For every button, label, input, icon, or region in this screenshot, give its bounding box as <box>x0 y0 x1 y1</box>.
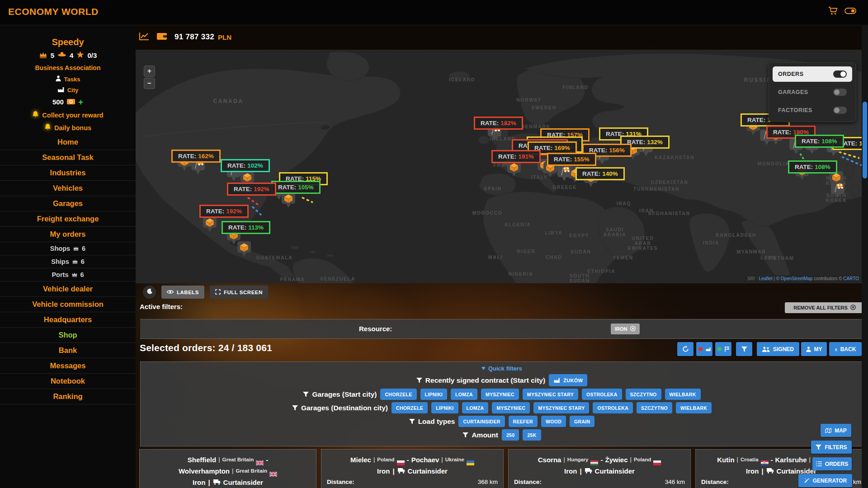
sidebar-item-vehicles[interactable]: Vehicles <box>0 181 136 196</box>
order-card[interactable]: Mielec|Poland - Pochaev|Ukraine Iron| Cu… <box>321 449 504 488</box>
close-icon[interactable] <box>630 326 636 332</box>
leaflet-link[interactable]: Leaflet <box>759 276 772 281</box>
garage-chip[interactable]: MYSZYNIEC <box>492 402 530 413</box>
sidebar-item-vehicle-dealer[interactable]: Vehicle dealer <box>0 282 136 297</box>
layer-toggle-garages[interactable]: GARAGES <box>773 84 852 100</box>
rate-label[interactable]: RATE:192% <box>227 183 276 196</box>
amount-chip[interactable]: 250 <box>502 429 519 441</box>
carto-link[interactable]: CARTO <box>843 276 859 281</box>
sidebar-item-shops[interactable]: Shops6 <box>0 242 136 255</box>
garage-chip[interactable]: MYSZYNIEC STARY <box>523 389 578 400</box>
sidebar-item-messages[interactable]: Messages <box>0 358 136 374</box>
player-name[interactable]: Speedy <box>0 37 136 47</box>
resource-chip-iron[interactable]: IRON <box>611 324 640 334</box>
cart-icon[interactable] <box>828 6 838 17</box>
sidebar-item-headquarters[interactable]: Headquarters <box>0 312 136 328</box>
display-toggle-icon[interactable] <box>844 7 856 16</box>
load-type-chip[interactable]: WOOD <box>541 416 566 427</box>
zoom-out-button[interactable]: − <box>144 78 155 89</box>
garage-chip[interactable]: SZCZYTNO <box>626 389 661 400</box>
recent-city-chip[interactable]: ŻUKÓW <box>549 374 587 386</box>
rate-label[interactable]: RATE:140% <box>576 167 625 180</box>
filter-button[interactable] <box>736 342 752 356</box>
garage-chip[interactable]: CHORZELE <box>380 389 416 400</box>
sidebar-item-ranking[interactable]: Ranking <box>0 389 136 404</box>
garage-chip[interactable]: LOMZA <box>451 389 477 400</box>
my-orders-button[interactable]: MY <box>801 342 827 356</box>
night-mode-button[interactable] <box>143 286 156 299</box>
garage-chip[interactable]: MYSZYNIEC <box>481 389 519 400</box>
sidebar-item-seasonal-task[interactable]: Seasonal Task <box>0 150 136 165</box>
toggle-green-filter-button[interactable] <box>715 342 731 356</box>
rate-label[interactable]: RATE:155% <box>547 153 596 166</box>
wallet-icon[interactable] <box>156 32 167 42</box>
back-button[interactable]: ‹ BACK <box>829 342 862 356</box>
load-type-chip[interactable]: CURTAINSIDER <box>458 416 505 427</box>
association-link[interactable]: Business Association <box>0 64 136 71</box>
collect-reward-link[interactable]: Collect your reward <box>0 111 136 119</box>
load-type-chip[interactable]: GRAIN <box>570 416 594 427</box>
garage-chip[interactable]: CHORZELE <box>392 402 428 413</box>
sidebar-item-home[interactable]: Home <box>0 135 136 150</box>
generator-fab-button[interactable]: GENERATOR <box>798 474 852 487</box>
garage-chip[interactable]: MYSZYNIEC STARY <box>533 402 589 413</box>
garage-chip[interactable]: OSTROLEKA <box>582 389 622 400</box>
sidebar-item-my-orders[interactable]: My orders <box>0 227 136 242</box>
page-scrollbar[interactable] <box>862 25 868 488</box>
garage-chip[interactable]: LIPNIKI <box>431 402 458 413</box>
load-type-chip[interactable]: REEFER <box>509 416 538 427</box>
garage-chip[interactable]: LOMZA <box>462 402 489 413</box>
fullscreen-button[interactable]: FULL SCREEN <box>210 286 268 299</box>
toggle-switch-icon[interactable] <box>833 89 847 96</box>
toggle-switch-icon[interactable] <box>833 107 847 114</box>
chart-icon[interactable] <box>139 32 149 42</box>
garage-chip[interactable]: WIELBARK <box>665 389 701 400</box>
sidebar-item-vehicle-commission[interactable]: Vehicle commission <box>0 297 136 312</box>
sidebar-item-freight-exchange[interactable]: Freight exchange <box>0 211 136 227</box>
toggle-red-filter-button[interactable] <box>696 342 712 356</box>
order-card[interactable]: Sheffield|Great Britain - Wolverhampton|… <box>139 449 316 488</box>
layer-toggle-factories[interactable]: FACTORIES <box>773 103 852 118</box>
garage-chip[interactable]: WIELBARK <box>676 402 712 413</box>
rate-label[interactable]: RATE:113% <box>222 221 270 234</box>
sidebar-item-garages[interactable]: Garages <box>0 196 136 211</box>
scrollbar-thumb[interactable] <box>863 102 867 178</box>
signed-orders-button[interactable]: SIGNED <box>757 342 799 356</box>
orders-fab-button[interactable]: ORDERS <box>812 457 852 470</box>
city-link[interactable]: City <box>0 87 136 94</box>
refresh-button[interactable] <box>677 342 693 356</box>
rate-label[interactable]: RATE:192% <box>199 205 249 218</box>
garage-chip[interactable]: OSTROLEKA <box>593 402 633 413</box>
sidebar-item-ports[interactable]: Ports6 <box>0 268 136 282</box>
zoom-in-button[interactable]: + <box>144 66 155 77</box>
sidebar-item-ships[interactable]: Ships6 <box>0 255 136 268</box>
rate-label[interactable]: RATE:191% <box>491 150 541 163</box>
world-map[interactable]: CANADA RUSSIA ICELAND NORWAY SWEDEN FINL… <box>136 50 862 283</box>
osm-link[interactable]: © OpenStreetMap <box>776 276 813 281</box>
rate-label[interactable]: RATE:182% <box>474 117 523 130</box>
tasks-link[interactable]: Tasks <box>0 75 136 83</box>
map-fab-button[interactable]: MAP <box>821 424 851 437</box>
toggle-switch-icon[interactable] <box>833 70 847 78</box>
filters-fab-button[interactable]: FILTERS <box>811 441 852 454</box>
rate-label[interactable]: RATE:105% <box>271 181 321 194</box>
rate-label[interactable]: RATE:108% <box>795 135 844 148</box>
rate-label[interactable]: RATE:108% <box>788 160 837 174</box>
garage-chip[interactable]: LIPNIKI <box>420 389 447 400</box>
sidebar-item-notebook[interactable]: Notebook <box>0 374 136 389</box>
sidebar-item-bank[interactable]: Bank <box>0 343 136 358</box>
labels-toggle-button[interactable]: LABELS <box>161 286 204 299</box>
sidebar-item-shop[interactable]: Shop <box>0 328 136 343</box>
layer-toggle-orders[interactable]: ORDERS <box>773 66 852 82</box>
quick-filters-toggle[interactable]: Quick filters <box>481 365 522 372</box>
order-card[interactable]: Csorna|Hungary - Żywiec|Poland Iron| Cur… <box>508 449 691 488</box>
sidebar-item-industries[interactable]: Industries <box>0 165 136 181</box>
garage-chip[interactable]: SZCZYTNO <box>637 402 672 413</box>
daily-bonus-link[interactable]: Daily bonus <box>0 123 136 132</box>
amount-chip[interactable]: 25K <box>523 429 541 441</box>
rate-label[interactable]: RATE:162% <box>171 150 221 163</box>
flag-ua <box>467 457 474 462</box>
add-vouchers-button[interactable]: + <box>78 99 83 105</box>
rate-label[interactable]: RATE:102% <box>221 159 270 172</box>
remove-all-filters-button[interactable]: REMOVE ALL FILTERS <box>785 302 864 313</box>
